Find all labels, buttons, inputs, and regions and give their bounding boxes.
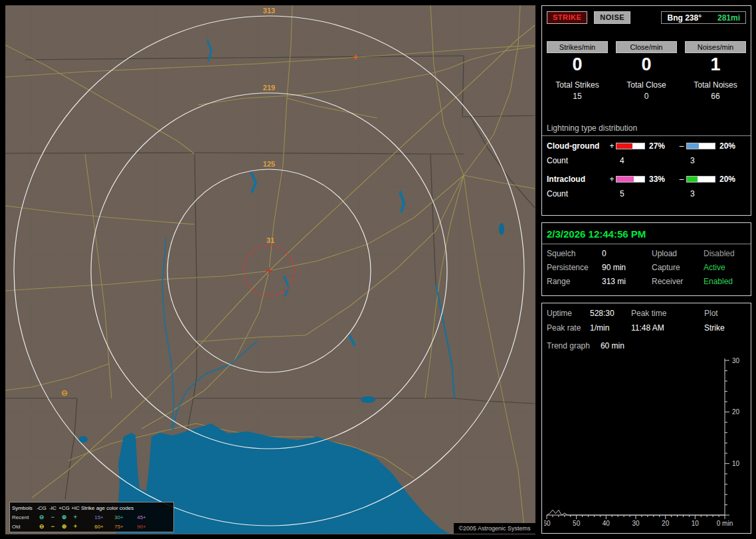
upload-status: Disabled	[704, 249, 751, 258]
ic-minus-percent: 20%	[719, 175, 746, 184]
strike-symbol-negative-cg: ⊖	[60, 389, 69, 397]
ic-plus-bar-fill	[616, 177, 634, 182]
cloud-ground-label: Cloud-ground	[547, 141, 608, 151]
peak-time-value: 11:48 AM	[631, 323, 704, 333]
legend-col-ncg: -CG	[36, 505, 47, 511]
age-75: 75+	[109, 524, 129, 530]
trend-panel: Uptime 528:30 Peak time Plot Peak rate 1…	[541, 303, 751, 534]
copyright: ©2005 Astrogenic Systems	[454, 523, 535, 534]
age-15: 15+	[89, 514, 109, 520]
strike-stats-panel: STRIKE NOISE Bng 238° 281mi Strikes/min …	[541, 5, 751, 216]
recent-pic-glyph: +	[70, 514, 81, 520]
cg-minus-percent: 20%	[719, 141, 746, 151]
squelch-label: Squelch	[547, 249, 602, 258]
close-per-min-chip: Close/min	[616, 41, 677, 53]
ic-minus-bar-fill	[687, 177, 698, 182]
bearing-display: Bng 238° 281mi	[661, 11, 746, 24]
total-close-label: Total Close	[616, 80, 677, 90]
svg-text:60: 60	[544, 520, 551, 527]
noise-button[interactable]: NOISE	[594, 11, 630, 24]
peak-time-label: Peak time	[631, 309, 704, 318]
receiver-label: Receiver	[652, 277, 704, 286]
squelch-value: 0	[602, 249, 652, 258]
ic-plus-count: 5	[616, 189, 649, 198]
svg-text:0 min: 0 min	[717, 520, 733, 527]
plot-label: Plot	[704, 309, 751, 318]
svg-text:30: 30	[732, 357, 740, 364]
peak-rate-value: 1/min	[590, 323, 631, 333]
minus-sign: –	[677, 175, 686, 184]
ic-plus-bar	[616, 176, 645, 183]
legend-col-pcg: +CG	[58, 505, 70, 511]
count-label: Count	[547, 156, 608, 165]
legend-col-pic: +IC	[70, 505, 81, 511]
age-90: 90+	[129, 524, 154, 530]
status-row: Persistence 90 min Capture Active	[547, 263, 751, 272]
old-pcg-glyph: ⊕	[58, 523, 70, 530]
distribution-title: Lightning type distribution	[542, 123, 751, 136]
capture-status: Active	[704, 263, 751, 272]
uptime-value: 528:30	[590, 309, 631, 318]
cloud-ground-count-row: Count 4 3	[547, 156, 751, 165]
persistence-value: 90 min	[602, 263, 652, 272]
svg-text:20: 20	[732, 408, 740, 416]
minus-sign: –	[677, 141, 686, 151]
age-60: 60+	[89, 524, 109, 530]
svg-text:10: 10	[732, 460, 740, 467]
lake	[361, 396, 375, 403]
cg-minus-bar-fill	[687, 143, 699, 149]
cg-plus-bar-fill	[616, 143, 632, 149]
rate-headers-row: Strikes/min Close/min Noises/min	[547, 41, 746, 53]
trend-chart: 3020106050403020100 min	[544, 356, 749, 530]
nexstorm-window: { "copyright": "©2005 Astrogenic Systems…	[0, 0, 756, 539]
capture-label: Capture	[652, 263, 704, 272]
cg-minus-count: 3	[686, 156, 719, 165]
svg-text:40: 40	[603, 520, 611, 527]
svg-text:50: 50	[573, 520, 581, 527]
range-ring-label: 125	[263, 160, 275, 168]
lightning-map[interactable]: 313 219 125 31 + ⊖ Symbols -CG -IC +CG +…	[5, 5, 535, 534]
trend-trace	[547, 510, 725, 515]
noises-per-min-chip: Noises/min	[685, 41, 746, 53]
range-value: 313 mi	[602, 277, 652, 286]
total-noises-label: Total Noises	[685, 80, 746, 90]
map-legend: Symbols -CG -IC +CG +IC Strike age color…	[9, 502, 174, 532]
recent-ncg-glyph: ⊖	[36, 514, 47, 520]
legend-col-nic: -IC	[47, 505, 58, 511]
bearing-value: Bng 238°	[667, 13, 701, 23]
intracloud-count-row: Count 5 3	[547, 189, 751, 198]
strikes-per-min-chip: Strikes/min	[547, 41, 608, 53]
upload-label: Upload	[652, 249, 704, 258]
clock: 2/3/2026 12:44:56 PM	[542, 228, 751, 244]
distribution-row-cloud-ground: Cloud-ground + 27% – 20%	[547, 141, 751, 151]
plus-sign: +	[608, 175, 616, 184]
trend-graph-row: Trend graph 60 min	[547, 341, 751, 350]
cg-plus-count: 4	[616, 156, 649, 165]
recent-pcg-glyph: ⊕	[58, 514, 70, 520]
range-ring-label: 219	[263, 84, 275, 92]
status-row: Range 313 mi Receiver Enabled	[547, 277, 751, 286]
range-ring-label: 313	[263, 7, 275, 15]
trend-graph-value: 60 min	[601, 341, 624, 350]
count-label: Count	[547, 189, 608, 198]
trend-info-row: Peak rate 1/min 11:48 AM Strike	[547, 323, 751, 333]
legend-row-old: Old	[12, 524, 36, 530]
lake	[499, 223, 504, 235]
legend-age-title: Strike age color codes	[81, 505, 154, 511]
receiver-status: Enabled	[704, 277, 751, 286]
total-labels-row: Total Strikes Total Close Total Noises	[547, 80, 746, 90]
total-strikes-label: Total Strikes	[547, 80, 608, 90]
old-pic-glyph: +	[70, 523, 81, 530]
persistence-label: Persistence	[547, 263, 602, 272]
strike-symbol-positive-cg: +	[351, 52, 360, 62]
ic-plus-percent: 33%	[649, 175, 677, 184]
svg-text:20: 20	[662, 520, 670, 527]
old-ncg-glyph: ⊖	[36, 523, 47, 530]
legend-symbols-title: Symbols	[12, 505, 36, 511]
trend-graph-label: Trend graph	[547, 341, 590, 350]
old-nic-glyph: −	[47, 523, 58, 530]
cg-minus-bar	[686, 143, 715, 149]
noises-per-min-value: 1	[685, 54, 746, 75]
range-ring-label: 31	[266, 236, 274, 244]
strike-button[interactable]: STRIKE	[547, 11, 587, 24]
